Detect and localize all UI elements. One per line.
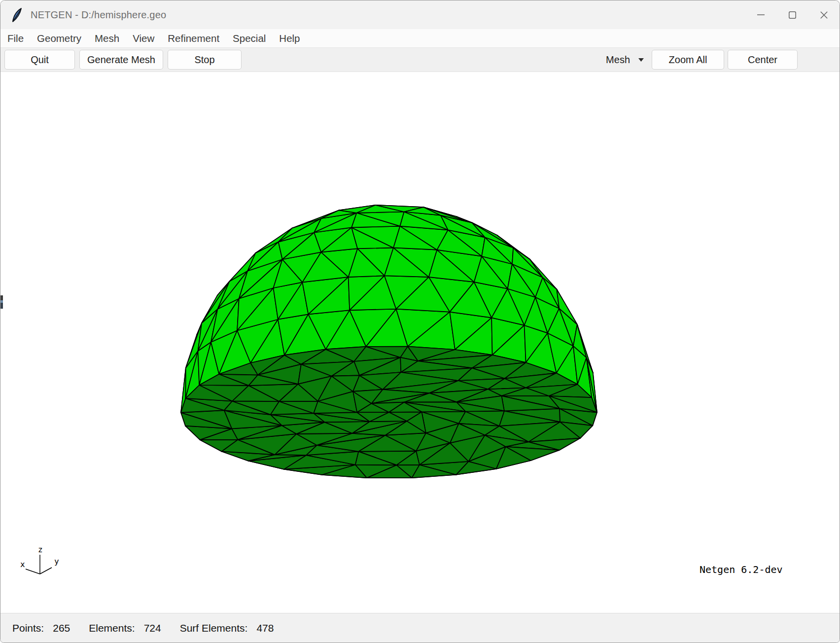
- x-axis-label: x: [20, 560, 25, 569]
- z-axis-label: z: [38, 545, 43, 554]
- window-controls: [745, 0, 840, 29]
- hemisphere-mesh: [0, 72, 840, 613]
- minimize-icon: [757, 14, 765, 15]
- menu-item-refinement[interactable]: Refinement: [168, 33, 219, 44]
- generate-mesh-button[interactable]: Generate Mesh: [79, 50, 163, 70]
- zoom-all-button[interactable]: Zoom All: [652, 50, 724, 70]
- status-points: Points: 265: [12, 622, 70, 634]
- status-surf-elements: Surf Elements: 478: [180, 622, 274, 634]
- axes-indicator: z x y: [15, 535, 70, 584]
- menu-item-file[interactable]: File: [7, 33, 24, 44]
- elements-value: 724: [144, 622, 161, 634]
- center-button[interactable]: Center: [728, 50, 798, 70]
- view-mode-value: Mesh: [606, 54, 630, 66]
- tk-feather-icon: [11, 7, 23, 23]
- menu-item-help[interactable]: Help: [279, 33, 300, 44]
- x-axis-line: [26, 569, 40, 574]
- bottom-disk: [181, 347, 597, 478]
- mesh-viewport[interactable]: z x y Netgen 6.2-dev: [0, 72, 840, 613]
- stop-button[interactable]: Stop: [168, 50, 242, 70]
- quit-button[interactable]: Quit: [4, 50, 75, 70]
- surf-elements-label: Surf Elements:: [180, 622, 248, 634]
- version-label: Netgen 6.2-dev: [700, 564, 783, 575]
- surf-elements-value: 478: [256, 622, 274, 634]
- background-window-artifact: [0, 295, 3, 309]
- elements-label: Elements:: [89, 622, 135, 634]
- status-elements: Elements: 724: [89, 622, 161, 634]
- toolbar: Quit Generate Mesh Stop Mesh Zoom All Ce…: [0, 48, 840, 72]
- menu-item-special[interactable]: Special: [233, 33, 266, 44]
- status-bar: Points: 265 Elements: 724 Surf Elements:…: [0, 613, 840, 643]
- netgen-window: NETGEN - D:/hemisphere.geo File Geometry…: [0, 0, 840, 643]
- y-axis-line: [40, 568, 52, 574]
- title-bar[interactable]: NETGEN - D:/hemisphere.geo: [0, 0, 840, 29]
- dropdown-arrow-icon: [638, 58, 644, 62]
- close-icon: [820, 11, 828, 19]
- minimize-button[interactable]: [745, 0, 776, 29]
- view-mode-dropdown[interactable]: Mesh: [605, 52, 645, 68]
- menu-item-mesh[interactable]: Mesh: [95, 33, 119, 44]
- points-label: Points:: [12, 622, 44, 634]
- window-title: NETGEN - D:/hemisphere.geo: [31, 9, 166, 21]
- maximize-button[interactable]: [776, 0, 808, 29]
- points-value: 265: [53, 622, 70, 634]
- maximize-icon: [789, 11, 796, 19]
- menu-bar: File Geometry Mesh View Refinement Speci…: [0, 29, 840, 48]
- menu-item-geometry[interactable]: Geometry: [37, 33, 81, 44]
- menu-item-view[interactable]: View: [133, 33, 154, 44]
- y-axis-label: y: [54, 557, 59, 566]
- close-button[interactable]: [808, 0, 840, 29]
